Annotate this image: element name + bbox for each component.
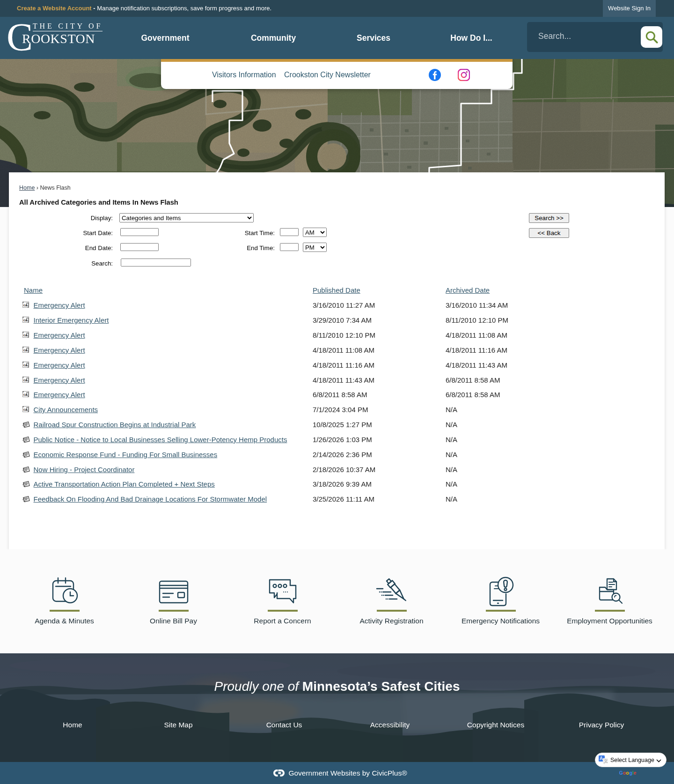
svg-text:A: A bbox=[600, 756, 603, 761]
svg-text:文: 文 bbox=[604, 759, 608, 763]
